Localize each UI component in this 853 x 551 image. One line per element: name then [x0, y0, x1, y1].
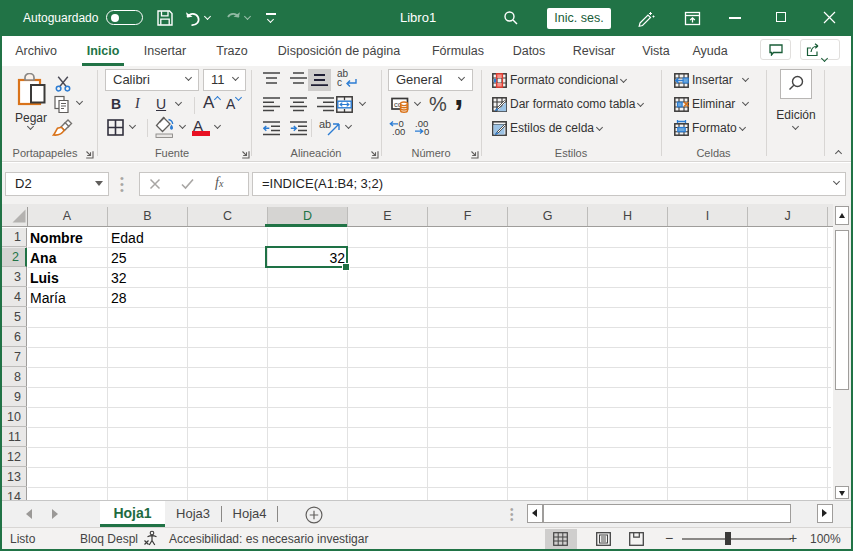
svg-text:.00: .00 [392, 126, 405, 136]
svg-text:0: 0 [424, 126, 429, 136]
